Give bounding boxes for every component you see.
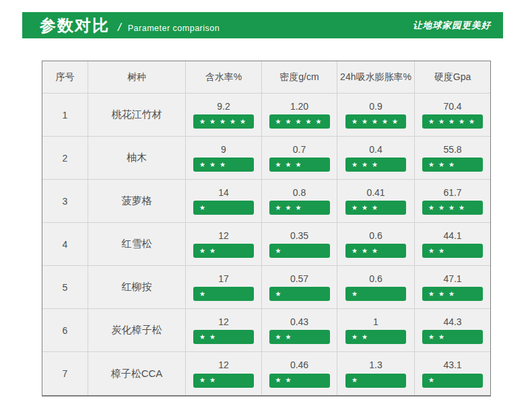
star-icon: ★ bbox=[285, 118, 291, 125]
star-rating-badge: ★ bbox=[193, 201, 254, 215]
star-rating-badge: ★ bbox=[345, 374, 406, 388]
star-rating-badge: ★★ bbox=[422, 330, 483, 344]
star-icon: ★ bbox=[459, 118, 465, 125]
row-index-cell: 1 bbox=[42, 94, 88, 137]
metric-value: 0.8 bbox=[293, 187, 306, 199]
star-rating-badge: ★★★★★ bbox=[269, 114, 330, 129]
star-icon: ★ bbox=[199, 205, 205, 211]
star-icon: ★ bbox=[438, 291, 444, 298]
parameter-comparison-table: 序号 树种 含水率% 密度g/cm 24h吸水膨胀率% 硬度Gpa 1桃花江竹材… bbox=[42, 61, 491, 397]
metric-value: 44.3 bbox=[443, 316, 461, 329]
header-cell-density: 密度g/cm bbox=[262, 61, 337, 94]
star-icon: ★ bbox=[352, 334, 358, 341]
metric-cell: 0.43★★ bbox=[262, 309, 337, 352]
star-rating-badge: ★★★ bbox=[345, 201, 406, 215]
star-icon: ★ bbox=[438, 162, 444, 168]
star-icon: ★ bbox=[428, 205, 434, 211]
star-icon: ★ bbox=[352, 118, 358, 125]
star-icon: ★ bbox=[209, 248, 215, 254]
star-icon: ★ bbox=[275, 248, 281, 254]
species-cell: 柚木 bbox=[88, 137, 186, 180]
metric-cell: 0.6★★★ bbox=[337, 223, 415, 266]
star-icon: ★ bbox=[438, 334, 444, 341]
star-icon: ★ bbox=[275, 377, 281, 384]
metric-value: 0.4 bbox=[369, 144, 382, 156]
star-rating-badge: ★ bbox=[345, 287, 406, 301]
metric-cell: 0.6★ bbox=[337, 266, 415, 309]
star-rating-badge: ★★ bbox=[269, 374, 330, 388]
star-rating-badge: ★★★ bbox=[269, 158, 330, 172]
page-title: 参数对比 bbox=[40, 15, 110, 36]
star-rating-badge: ★★★★★ bbox=[193, 114, 254, 129]
star-icon: ★ bbox=[352, 248, 358, 254]
star-icon: ★ bbox=[305, 118, 311, 125]
metric-value: 12 bbox=[218, 359, 229, 372]
star-icon: ★ bbox=[362, 162, 368, 168]
metric-value: 0.46 bbox=[290, 359, 308, 372]
metric-value: 61.7 bbox=[443, 187, 461, 199]
star-icon: ★ bbox=[295, 118, 301, 125]
star-icon: ★ bbox=[469, 118, 475, 125]
metric-value: 0.6 bbox=[369, 273, 382, 285]
metric-cell: 9★★★ bbox=[186, 137, 262, 180]
star-icon: ★ bbox=[448, 118, 455, 125]
star-icon: ★ bbox=[220, 118, 226, 125]
star-rating-badge: ★ bbox=[193, 287, 254, 301]
star-icon: ★ bbox=[230, 118, 236, 125]
metric-value: 12 bbox=[218, 316, 229, 329]
star-icon: ★ bbox=[240, 118, 246, 125]
row-index-cell: 3 bbox=[42, 180, 88, 223]
metric-cell: 1★★ bbox=[337, 309, 415, 352]
star-rating-badge: ★★ bbox=[193, 244, 254, 258]
star-icon: ★ bbox=[209, 334, 215, 341]
star-rating-badge: ★★★ bbox=[269, 201, 330, 215]
star-icon: ★ bbox=[199, 162, 205, 168]
star-rating-badge: ★ bbox=[422, 374, 483, 388]
metric-cell: 44.1★★ bbox=[415, 223, 490, 266]
star-icon: ★ bbox=[382, 118, 388, 125]
species-cell: 樟子松CCA bbox=[88, 352, 186, 395]
star-icon: ★ bbox=[285, 205, 291, 211]
metric-value: 0.35 bbox=[290, 230, 308, 242]
star-icon: ★ bbox=[428, 162, 434, 168]
metric-cell: 12★★ bbox=[186, 309, 262, 352]
row-index-cell: 5 bbox=[42, 266, 88, 309]
star-icon: ★ bbox=[362, 205, 368, 211]
metric-cell: 9.2★★★★★ bbox=[186, 94, 262, 137]
star-rating-badge: ★★★ bbox=[345, 244, 406, 258]
star-icon: ★ bbox=[285, 334, 291, 341]
metric-cell: 0.7★★★ bbox=[262, 137, 337, 180]
star-rating-badge: ★★★ bbox=[422, 287, 483, 301]
metric-cell: 12★★ bbox=[186, 352, 262, 395]
metric-value: 9 bbox=[221, 144, 226, 156]
species-cell: 红雪松 bbox=[88, 223, 186, 266]
star-icon: ★ bbox=[459, 205, 465, 211]
star-icon: ★ bbox=[352, 205, 358, 211]
star-icon: ★ bbox=[352, 377, 358, 384]
star-rating-badge: ★★ bbox=[422, 244, 483, 258]
star-rating-badge: ★★★ bbox=[345, 158, 406, 172]
row-index-cell: 7 bbox=[42, 352, 88, 395]
metric-cell: 47.1★★★ bbox=[415, 266, 490, 309]
star-icon: ★ bbox=[285, 162, 291, 168]
metric-value: 43.1 bbox=[443, 359, 461, 372]
metric-value: 0.57 bbox=[290, 273, 308, 285]
star-icon: ★ bbox=[199, 334, 205, 341]
metric-value: 47.1 bbox=[443, 273, 461, 285]
metric-value: 1.20 bbox=[290, 101, 308, 113]
star-rating-badge: ★ bbox=[269, 244, 330, 258]
star-icon: ★ bbox=[372, 205, 378, 211]
star-rating-badge: ★★★ bbox=[193, 158, 254, 172]
metric-value: 1.3 bbox=[369, 359, 382, 372]
header-cell-expansion: 24h吸水膨胀率% bbox=[337, 61, 415, 94]
metric-value: 1 bbox=[373, 316, 378, 329]
metric-value: 0.9 bbox=[369, 101, 382, 113]
metric-value: 0.41 bbox=[366, 187, 385, 199]
metric-value: 12 bbox=[218, 230, 229, 242]
star-icon: ★ bbox=[372, 248, 378, 254]
metric-cell: 44.3★★ bbox=[415, 309, 490, 352]
metric-value: 70.4 bbox=[443, 101, 461, 113]
star-icon: ★ bbox=[372, 118, 378, 125]
metric-cell: 0.35★ bbox=[262, 223, 337, 266]
star-icon: ★ bbox=[448, 162, 455, 168]
